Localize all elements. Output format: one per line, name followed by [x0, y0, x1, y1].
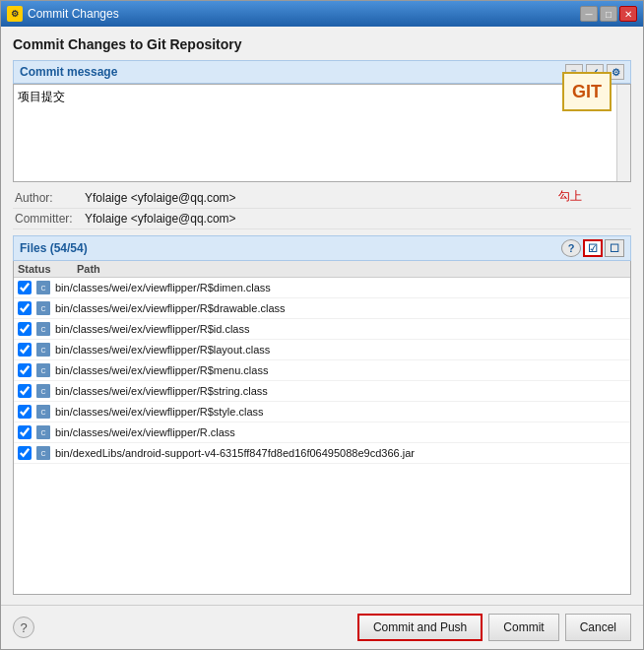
- cancel-button[interactable]: Cancel: [565, 614, 631, 641]
- file-path: bin/classes/wei/ex/viewflipper/R$dimen.c…: [55, 282, 271, 293]
- file-path: bin/classes/wei/ex/viewflipper/R$style.c…: [55, 406, 264, 418]
- committer-label: Committer:: [15, 212, 79, 226]
- file-checkbox[interactable]: [18, 405, 32, 419]
- file-type-icon: C: [35, 280, 51, 295]
- commit-message-input[interactable]: [14, 85, 616, 181]
- file-path: bin/classes/wei/ex/viewflipper/R.class: [55, 426, 235, 438]
- file-type-icon: C: [35, 383, 51, 399]
- author-value: Yfolaige <yfolaige@qq.com>: [85, 191, 236, 205]
- window-icon: ⚙: [7, 6, 23, 22]
- window-title: Commit Changes: [28, 7, 119, 21]
- header-area: Commit Changes to Git Repository GIT: [13, 36, 631, 54]
- file-path: bin/classes/wei/ex/viewflipper/R$menu.cl…: [55, 364, 268, 376]
- files-check-all-icon[interactable]: ☑: [583, 239, 603, 257]
- author-committer-area: Author: Yfolaige <yfolaige@qq.com> Commi…: [13, 188, 631, 229]
- file-path: bin/classes/wei/ex/viewflipper/R$drawabl…: [55, 302, 286, 314]
- dialog-content: Commit Changes to Git Repository GIT Com…: [1, 27, 643, 605]
- files-label: Files (54/54): [20, 241, 88, 255]
- file-path: bin/classes/wei/ex/viewflipper/R$layout.…: [55, 344, 270, 356]
- file-type-icon: C: [35, 300, 51, 316]
- close-button[interactable]: ✕: [619, 6, 637, 22]
- author-label: Author:: [15, 191, 79, 205]
- col-path-header: Path: [77, 263, 626, 275]
- file-type-icon: C: [35, 445, 51, 461]
- files-header: Files (54/54) ? ☑ ☐: [13, 235, 631, 261]
- annotation-text: 勾上: [558, 188, 582, 205]
- message-scrollbar[interactable]: [616, 85, 630, 181]
- committer-row: Committer: Yfolaige <yfolaige@qq.com>: [13, 209, 631, 229]
- title-bar-left: ⚙ Commit Changes: [7, 6, 119, 22]
- files-table-header: Status Path: [14, 261, 630, 278]
- table-row: Cbin/dexedLibs/android-support-v4-6315ff…: [14, 443, 630, 464]
- commit-button[interactable]: Commit: [488, 614, 558, 641]
- commit-and-push-button[interactable]: Commit and Push: [357, 614, 483, 641]
- table-row: Cbin/classes/wei/ex/viewflipper/R$menu.c…: [14, 360, 630, 381]
- author-row: Author: Yfolaige <yfolaige@qq.com>: [13, 188, 631, 209]
- file-type-icon: C: [35, 424, 51, 440]
- bottom-bar: ? Commit and Push Commit Cancel: [1, 605, 643, 649]
- file-type-icon: C: [35, 362, 51, 378]
- file-icon: C: [36, 343, 50, 357]
- file-path: bin/classes/wei/ex/viewflipper/R$string.…: [55, 385, 268, 397]
- commit-message-area: Commit message ≡ ✓ ⚙: [13, 60, 631, 182]
- file-icon: C: [36, 425, 50, 439]
- file-icon: C: [36, 281, 50, 294]
- commit-message-header: Commit message ≡ ✓ ⚙: [13, 60, 631, 84]
- help-button[interactable]: ?: [13, 617, 34, 638]
- commit-message-label: Commit message: [20, 65, 117, 79]
- action-buttons: Commit and Push Commit Cancel: [357, 614, 631, 641]
- file-icon: C: [36, 405, 50, 419]
- minimize-button[interactable]: ─: [580, 6, 598, 22]
- table-row: Cbin/classes/wei/ex/viewflipper/R$dimen.…: [14, 278, 630, 298]
- file-icon: C: [36, 446, 50, 460]
- table-row: Cbin/classes/wei/ex/viewflipper/R$drawab…: [14, 298, 630, 319]
- file-icon: C: [36, 301, 50, 315]
- maximize-button[interactable]: □: [600, 6, 617, 22]
- git-logo: GIT: [562, 72, 612, 111]
- col-status-header: Status: [18, 263, 77, 275]
- file-checkbox[interactable]: [18, 281, 32, 294]
- file-type-icon: C: [35, 321, 51, 337]
- files-header-icons: ? ☑ ☐: [561, 239, 624, 257]
- file-checkbox[interactable]: [18, 384, 32, 398]
- file-icon: C: [36, 322, 50, 336]
- table-row: Cbin/classes/wei/ex/viewflipper/R$string…: [14, 381, 630, 402]
- file-type-icon: C: [35, 342, 51, 358]
- file-icon: C: [36, 384, 50, 398]
- files-section: Files (54/54) ? ☑ ☐ Status Path Cbin/cla…: [13, 235, 631, 595]
- file-checkbox[interactable]: [18, 322, 32, 336]
- files-uncheck-all-icon[interactable]: ☐: [605, 239, 624, 257]
- title-controls: ─ □ ✕: [580, 6, 637, 22]
- window: ⚙ Commit Changes ─ □ ✕ Commit Changes to…: [0, 0, 644, 650]
- file-path: bin/dexedLibs/android-support-v4-6315ff8…: [55, 447, 415, 459]
- file-icon: C: [36, 363, 50, 377]
- file-checkbox[interactable]: [18, 363, 32, 377]
- table-row: Cbin/classes/wei/ex/viewflipper/R$id.cla…: [14, 319, 630, 340]
- file-checkbox[interactable]: [18, 446, 32, 460]
- file-type-icon: C: [35, 404, 51, 420]
- file-checkbox[interactable]: [18, 425, 32, 439]
- files-table: Status Path Cbin/classes/wei/ex/viewflip…: [13, 261, 631, 595]
- committer-value: Yfolaige <yfolaige@qq.com>: [85, 212, 236, 226]
- table-row: Cbin/classes/wei/ex/viewflipper/R$style.…: [14, 402, 630, 422]
- table-row: Cbin/classes/wei/ex/viewflipper/R$layout…: [14, 340, 630, 360]
- table-row: Cbin/classes/wei/ex/viewflipper/R.class: [14, 422, 630, 443]
- file-path: bin/classes/wei/ex/viewflipper/R$id.clas…: [55, 323, 249, 335]
- page-title: Commit Changes to Git Repository: [13, 36, 631, 52]
- files-help-icon[interactable]: ?: [561, 239, 581, 257]
- commit-message-container: [13, 84, 631, 182]
- files-list: Cbin/classes/wei/ex/viewflipper/R$dimen.…: [14, 278, 630, 594]
- file-checkbox[interactable]: [18, 301, 32, 315]
- title-bar: ⚙ Commit Changes ─ □ ✕: [1, 1, 643, 27]
- file-checkbox[interactable]: [18, 343, 32, 357]
